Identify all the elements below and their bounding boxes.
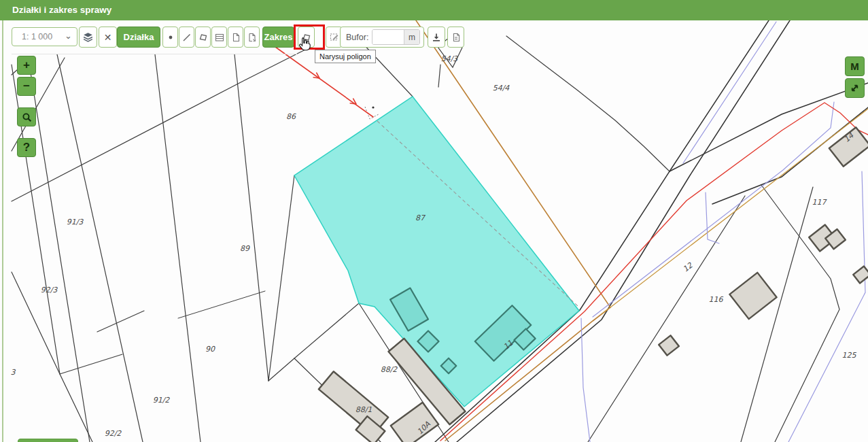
parcel-list-button[interactable] bbox=[211, 27, 227, 48]
fullscreen-button[interactable] bbox=[845, 78, 865, 98]
document-export-button[interactable] bbox=[244, 27, 260, 48]
table-rows-icon bbox=[214, 32, 225, 43]
page-title: Działki i zakres sprawy bbox=[12, 5, 111, 15]
document-icon bbox=[230, 32, 241, 43]
buffer-input[interactable] bbox=[372, 30, 404, 44]
dzialka-label: Działka bbox=[124, 32, 154, 42]
parcel-label: 12 bbox=[681, 260, 695, 273]
zoom-out-button[interactable]: − bbox=[17, 77, 36, 96]
layers-button[interactable] bbox=[79, 27, 97, 48]
close-icon: ✕ bbox=[104, 32, 112, 43]
polygon-icon bbox=[198, 32, 209, 43]
buffer-group: Bufor: m bbox=[340, 27, 424, 48]
zoom-in-button[interactable]: + bbox=[17, 56, 36, 75]
parcel-label: 86 bbox=[286, 112, 296, 121]
document-button[interactable] bbox=[228, 27, 243, 48]
report-button[interactable] bbox=[447, 27, 464, 48]
parcel-label: 90 bbox=[205, 345, 215, 354]
report-document-icon bbox=[451, 32, 462, 43]
bottom-action-button[interactable] bbox=[18, 439, 78, 442]
chevron-down-icon: ⌄ bbox=[65, 31, 72, 41]
zoom-select-button[interactable] bbox=[17, 107, 36, 126]
layers-icon bbox=[82, 31, 94, 43]
zakres-label: Zakres bbox=[264, 32, 293, 42]
buffer-label: Bufor: bbox=[346, 33, 368, 42]
parcel-label: 91/3 bbox=[67, 218, 84, 226]
app-window: Działki i zakres sprawy bbox=[0, 0, 868, 442]
window-title-bar: Działki i zakres sprawy bbox=[0, 0, 868, 20]
parcel-label: 3 bbox=[11, 368, 16, 377]
parcel-label: 54/3 bbox=[441, 54, 459, 63]
document-export-icon bbox=[247, 32, 258, 43]
expand-diagonal-icon bbox=[850, 83, 860, 93]
download-button[interactable] bbox=[428, 27, 445, 48]
scale-value: 1: 1 000 bbox=[22, 32, 52, 41]
parcel-label: 88/1 bbox=[355, 405, 372, 414]
parcel-label: 89 bbox=[240, 244, 250, 253]
m-label: M bbox=[850, 61, 859, 72]
tooltip-text: Narysuj poligon bbox=[319, 52, 371, 61]
tooltip: Narysuj poligon bbox=[315, 50, 376, 63]
question-icon: ? bbox=[23, 141, 30, 154]
parcel-label: 117 bbox=[812, 198, 828, 207]
line-icon bbox=[181, 32, 192, 43]
draw-polygon-icon bbox=[301, 32, 312, 43]
parcel-label: 92/2 bbox=[105, 429, 122, 438]
dzialka-button[interactable]: Działka bbox=[117, 27, 160, 48]
zakres-button[interactable]: Zakres bbox=[262, 27, 294, 48]
marker-m-button[interactable]: M bbox=[845, 56, 865, 76]
toolbar-divider bbox=[12, 54, 297, 54]
plus-icon: + bbox=[23, 58, 30, 72]
clear-selection-button[interactable]: ✕ bbox=[99, 27, 117, 48]
magnifier-icon bbox=[21, 112, 33, 123]
parcel-label: 92/3 bbox=[41, 286, 58, 294]
select-by-point-button[interactable] bbox=[162, 27, 178, 48]
draw-polygon-button[interactable] bbox=[298, 27, 315, 48]
select-by-line-button[interactable] bbox=[179, 27, 194, 48]
parcel-label: 87 bbox=[415, 214, 426, 222]
parcel-label: 88/2 bbox=[381, 365, 398, 374]
scale-select[interactable]: 1: 1 000 ⌄ bbox=[12, 27, 77, 46]
cadastral-map[interactable]: 8687899091/392/391/292/2388/288/110A1154… bbox=[0, 20, 868, 442]
panel-edge bbox=[2, 20, 3, 442]
select-by-polygon-button[interactable] bbox=[195, 27, 211, 48]
parcel-label: 91/2 bbox=[153, 396, 171, 405]
point-icon bbox=[165, 32, 176, 43]
buffer-input-wrap: m bbox=[372, 29, 420, 45]
parcel-label: 125 bbox=[842, 351, 857, 360]
edit-area-icon bbox=[329, 32, 340, 43]
help-button[interactable]: ? bbox=[17, 138, 36, 157]
download-icon bbox=[431, 32, 442, 43]
parcel-label: 116 bbox=[709, 295, 724, 304]
buffer-unit: m bbox=[404, 30, 419, 44]
minus-icon: − bbox=[23, 80, 30, 93]
parcel-label: 54/4 bbox=[493, 84, 510, 92]
selected-parcel-87[interactable] bbox=[294, 97, 579, 407]
